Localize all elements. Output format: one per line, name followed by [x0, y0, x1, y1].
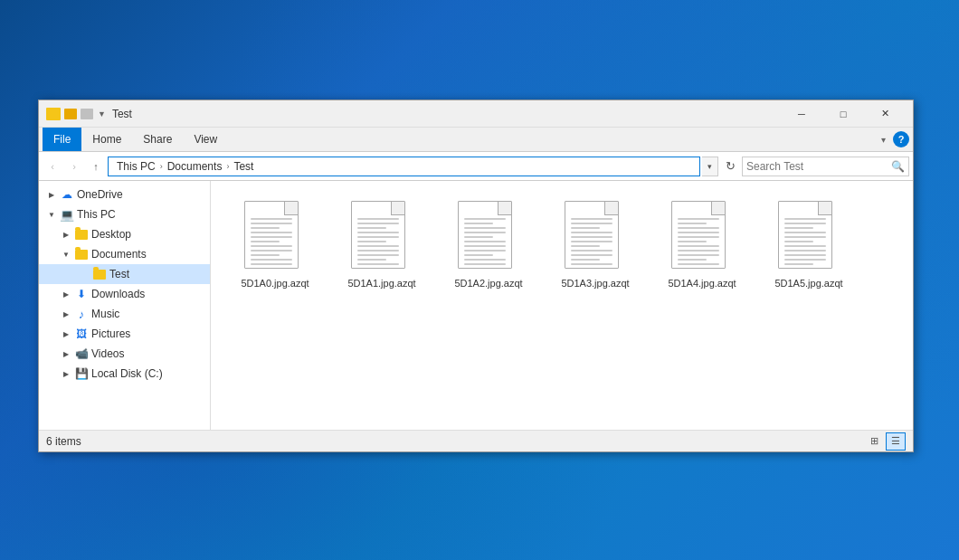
close-button[interactable]: ✕ [864, 100, 906, 128]
search-icon[interactable]: 🔍 [891, 160, 905, 173]
file-icon-1 [351, 201, 413, 273]
folder-icon-tb2 [64, 109, 77, 119]
music-icon: ♪ [74, 307, 89, 321]
file-icon-5 [778, 201, 840, 273]
file-line [464, 250, 506, 252]
file-line [357, 232, 399, 233]
file-page-4 [671, 201, 726, 269]
refresh-button[interactable]: ↻ [720, 157, 740, 176]
sidebar-item-videos[interactable]: ▶ 📹 Videos [39, 344, 210, 364]
file-item-5[interactable]: 5D1A5.jpg.azqt [759, 195, 859, 295]
file-line [464, 227, 506, 229]
back-button[interactable]: ‹ [43, 157, 62, 176]
sidebar-item-pictures[interactable]: ▶ 🖼 Pictures [39, 324, 210, 344]
items-count: 6 items [46, 435, 864, 448]
file-explorer-window: ▼ Test ─ □ ✕ File Home Share View ▾ ? ‹ … [38, 100, 914, 452]
localdisk-icon: 💾 [74, 366, 89, 381]
path-arrow-2: › [226, 162, 229, 171]
file-line [784, 268, 826, 269]
address-path[interactable]: This PC › Documents › Test [108, 157, 700, 176]
sidebar-item-localdisk[interactable]: ▶ 💾 Local Disk (C:) [39, 364, 210, 384]
minimize-button[interactable]: ─ [781, 100, 822, 128]
file-item-3[interactable]: 5D1A3.jpg.azqt [546, 195, 645, 295]
folder-icon-tb3 [81, 109, 93, 119]
file-line [464, 241, 506, 242]
tab-view[interactable]: View [183, 128, 228, 151]
search-box[interactable]: 🔍 [742, 157, 909, 176]
toggle-test [79, 269, 90, 280]
file-item-1[interactable]: 5D1A1.jpg.azqt [332, 195, 432, 295]
file-line [251, 218, 292, 220]
file-line [784, 227, 813, 229]
sidebar-label-onedrive: OneDrive [77, 188, 123, 201]
sidebar-item-desktop[interactable]: ▶ Desktop [39, 224, 210, 244]
file-name-4: 5D1A4.jpg.azqt [668, 277, 736, 289]
file-line [784, 232, 826, 233]
tab-home[interactable]: Home [81, 128, 132, 151]
path-segment-thispc[interactable]: This PC [114, 158, 158, 175]
desktop-icon [74, 227, 89, 242]
sidebar-label-documents: Documents [91, 248, 147, 261]
file-line [571, 259, 600, 261]
toggle-pictures: ▶ [61, 328, 71, 339]
grid-view-button[interactable]: ⊞ [864, 432, 884, 451]
file-line [357, 241, 386, 242]
file-icon-0 [244, 201, 306, 273]
tab-file[interactable]: File [43, 128, 81, 151]
test-folder-icon [92, 267, 107, 281]
search-input[interactable] [746, 160, 891, 173]
file-item-2[interactable]: 5D1A2.jpg.azqt [439, 195, 538, 295]
sidebar-label-videos: Videos [91, 347, 124, 360]
thispc-icon: 💻 [60, 207, 74, 222]
ribbon-expand-btn[interactable]: ▾ [873, 129, 893, 149]
pictures-icon: 🖼 [74, 327, 89, 341]
list-view-button[interactable]: ☰ [886, 432, 906, 451]
help-button[interactable]: ? [893, 131, 909, 147]
forward-button[interactable]: › [64, 157, 84, 176]
file-line [251, 227, 280, 229]
path-segment-documents[interactable]: Documents [165, 158, 225, 175]
file-line [251, 268, 292, 269]
file-item-4[interactable]: 5D1A4.jpg.azqt [652, 195, 752, 295]
sidebar-item-documents[interactable]: ▼ Documents [39, 244, 210, 264]
file-line [357, 218, 399, 220]
file-line [678, 250, 719, 252]
sidebar-label-downloads: Downloads [91, 288, 145, 300]
path-segment-test[interactable]: Test [231, 158, 256, 175]
title-bar-icons: ▼ [46, 108, 107, 120]
file-line [251, 241, 280, 242]
file-line [357, 227, 386, 229]
file-line [464, 268, 506, 269]
folder-icon-tb [46, 108, 61, 120]
file-line [571, 236, 612, 238]
file-line [357, 263, 399, 265]
toggle-onedrive: ▶ [46, 189, 57, 200]
toggle-documents: ▼ [61, 249, 71, 260]
maximize-button[interactable]: □ [822, 100, 864, 128]
file-line [251, 236, 292, 238]
sidebar-item-downloads[interactable]: ▶ ⬇ Downloads [39, 284, 210, 304]
sidebar-item-thispc[interactable]: ▼ 💻 This PC [39, 204, 210, 224]
address-bar: ‹ › ↑ This PC › Documents › Test ▾ ↻ 🔍 [39, 152, 913, 181]
tab-share[interactable]: Share [132, 128, 183, 151]
file-page-0 [244, 201, 299, 269]
file-lines-3 [571, 218, 612, 269]
file-line [571, 218, 612, 220]
file-line [357, 250, 399, 252]
sidebar-item-music[interactable]: ▶ ♪ Music [39, 304, 210, 324]
file-lines-1 [357, 218, 399, 269]
file-line [357, 268, 399, 269]
file-icon-4 [671, 201, 733, 273]
file-line [571, 263, 612, 265]
sidebar-label-desktop: Desktop [91, 228, 131, 241]
file-name-0: 5D1A0.jpg.azqt [241, 277, 309, 289]
file-line [571, 232, 612, 233]
sidebar-item-test[interactable]: Test [39, 264, 210, 284]
file-line [784, 236, 826, 238]
sidebar-item-onedrive[interactable]: ▶ ☁ OneDrive [39, 185, 210, 204]
address-dropdown-btn[interactable]: ▾ [702, 157, 718, 176]
up-button[interactable]: ↑ [86, 157, 106, 176]
file-line [357, 236, 399, 238]
file-item-0[interactable]: 5D1A0.jpg.azqt [225, 195, 325, 295]
sidebar: ▶ ☁ OneDrive ▼ 💻 This PC ▶ Desktop ▼ Doc… [39, 181, 211, 430]
